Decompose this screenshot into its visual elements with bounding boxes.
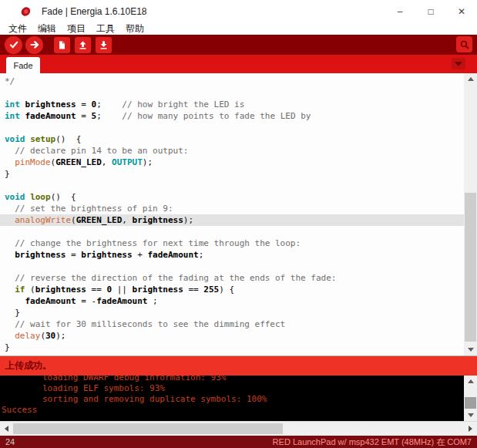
menu-item-file[interactable]: 文件	[3, 23, 32, 35]
toolbar	[0, 35, 477, 55]
console-output: loading DWARF debug information: 93% loa…	[2, 376, 464, 416]
code-line: brightness = brightness + fadeAmount;	[0, 249, 464, 261]
code-line: pinMode(GREEN_LED, OUTPUT);	[0, 157, 464, 168]
code-line: int brightness = 0; // how bright the LE…	[0, 99, 464, 110]
menu-item-tools[interactable]: 工具	[91, 23, 120, 35]
console-vertical-scrollbar[interactable]	[464, 376, 477, 421]
scroll-down-icon[interactable]	[464, 409, 477, 421]
console-line: Success	[2, 405, 464, 416]
window-controls: – □ ✕	[385, 0, 477, 23]
code-line: // declare pin 14 to be an output:	[0, 145, 464, 157]
line-number-indicator: 24	[5, 437, 15, 446]
tab-bar: Fade	[0, 55, 477, 73]
code-line: if (brightness == 0 || brightness == 255…	[0, 284, 464, 295]
arrow-right-icon	[29, 39, 40, 50]
scroll-left-icon[interactable]	[0, 422, 13, 436]
scroll-down-icon[interactable]	[464, 344, 477, 355]
check-icon	[8, 39, 19, 50]
console-scrollbar-thumb[interactable]	[465, 397, 476, 409]
code-line: // reverse the direction of the fading a…	[0, 272, 464, 284]
upload-status-bar: 上传成功。	[0, 355, 477, 376]
maximize-button[interactable]: □	[415, 0, 446, 23]
code-line: }	[0, 342, 464, 353]
energia-window: Fade | Energia 1.6.10E18 – □ ✕ 文件编辑项目工具帮…	[0, 0, 477, 448]
editor-scrollbar-thumb[interactable]	[465, 193, 476, 342]
title-bar: Fade | Energia 1.6.10E18 – □ ✕	[0, 0, 477, 23]
menu-item-help[interactable]: 帮助	[120, 23, 149, 35]
chevron-down-icon	[455, 62, 462, 66]
code-line	[0, 226, 464, 237]
serial-monitor-button[interactable]	[456, 36, 472, 52]
window-title: Fade | Energia 1.6.10E18	[42, 6, 147, 17]
code-line: void loop() {	[0, 191, 464, 203]
console-panel: loading DWARF debug information: 93% loa…	[0, 376, 477, 421]
console-line: loading DWARF debug information: 93%	[2, 376, 464, 383]
upload-status-message: 上传成功。	[5, 359, 52, 372]
minimize-button[interactable]: –	[385, 0, 415, 23]
code-line	[0, 261, 464, 272]
code-line	[0, 180, 464, 191]
horizontal-scrollbar-thumb[interactable]	[13, 423, 283, 434]
tab-fade[interactable]: Fade	[6, 57, 40, 73]
menu-bar: 文件编辑项目工具帮助	[0, 23, 477, 35]
arrow-down-icon	[99, 40, 109, 50]
save-button[interactable]	[96, 37, 112, 53]
console-line: sorting and removing duplicate symbols: …	[2, 394, 464, 405]
menu-item-edit[interactable]: 编辑	[32, 23, 62, 35]
verify-button[interactable]	[5, 36, 22, 54]
code-line: */	[0, 76, 464, 87]
code-line	[0, 122, 464, 133]
editor-vertical-scrollbar[interactable]	[464, 73, 477, 355]
code-line: int fadeAmount = 5; // how many points t…	[0, 110, 464, 122]
code-line-highlighted: analogWrite(GREEN_LED, brightness);	[0, 214, 464, 226]
code-area: */ int brightness = 0; // how bright the…	[0, 76, 464, 353]
magnifier-icon	[459, 39, 470, 50]
bottom-status-bar: 24 RED LaunchPad w/ msp432 EMT (48MHz) 在…	[0, 436, 477, 448]
close-button[interactable]: ✕	[446, 0, 477, 23]
board-port-indicator: RED LaunchPad w/ msp432 EMT (48MHz) 在 CO…	[273, 436, 472, 448]
scroll-up-icon[interactable]	[464, 73, 477, 85]
code-line: // wait for 30 milliseconds to see the d…	[0, 318, 464, 330]
code-line: // change the brightness for next time t…	[0, 237, 464, 249]
arrow-up-icon	[78, 40, 88, 50]
code-line: fadeAmount = -fadeAmount ;	[0, 295, 464, 307]
code-line: }	[0, 307, 464, 318]
document-icon	[57, 40, 67, 50]
scroll-up-icon[interactable]	[464, 376, 477, 387]
code-line	[0, 87, 464, 99]
console-line: loading ELF symbols: 93%	[2, 383, 464, 394]
new-sketch-button[interactable]	[54, 37, 70, 53]
code-line: void setup() {	[0, 133, 464, 145]
tab-list-button[interactable]	[452, 58, 465, 69]
code-editor[interactable]: */ int brightness = 0; // how bright the…	[0, 73, 477, 355]
console-horizontal-scrollbar[interactable]	[0, 421, 477, 436]
energia-logo-icon	[20, 6, 32, 18]
code-line: delay(30);	[0, 330, 464, 342]
upload-button[interactable]	[25, 36, 43, 54]
scroll-right-icon[interactable]	[464, 422, 477, 436]
code-line: }	[0, 168, 464, 180]
open-button[interactable]	[75, 37, 91, 53]
code-line: // set the brightness of pin 9:	[0, 203, 464, 214]
menu-item-sketch[interactable]: 项目	[62, 23, 91, 35]
